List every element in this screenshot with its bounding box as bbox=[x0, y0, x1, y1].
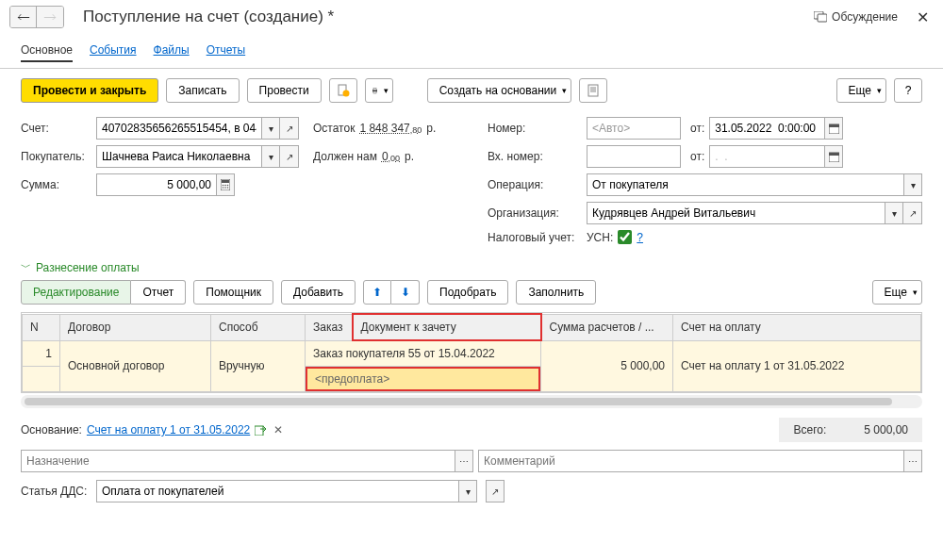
main-toolbar: Провести и закрыть Записать Провести ▾ С… bbox=[0, 69, 943, 112]
caret-down-icon: ▾ bbox=[562, 86, 567, 95]
cell-n-empty bbox=[23, 367, 60, 392]
operation-dropdown-button[interactable]: ▾ bbox=[903, 173, 922, 196]
buyer-dropdown-button[interactable]: ▾ bbox=[261, 145, 280, 168]
table-row[interactable]: 1 Основной договор Вручную Заказ покупат… bbox=[23, 340, 921, 367]
org-open-button[interactable]: ↗ bbox=[903, 202, 922, 224]
create-based-label: Создать на основании bbox=[439, 84, 557, 97]
col-sum[interactable]: Сумма расчетов / ... bbox=[541, 314, 673, 340]
purpose-expand-button[interactable]: ⋯ bbox=[455, 450, 473, 472]
tax-help-link[interactable]: ? bbox=[637, 231, 643, 244]
caret-down-icon: ▾ bbox=[913, 288, 918, 297]
org-dropdown-button[interactable]: ▾ bbox=[885, 202, 903, 224]
tab-reports[interactable]: Отчеты bbox=[207, 40, 245, 62]
back-button[interactable]: 🡐 bbox=[10, 7, 37, 27]
in-number-input[interactable] bbox=[587, 145, 681, 168]
calendar-button-2[interactable] bbox=[824, 145, 843, 168]
tab-main[interactable]: Основное bbox=[21, 40, 73, 62]
save-button[interactable]: Записать bbox=[166, 78, 239, 103]
payment-section-header[interactable]: ﹀ Разнесение оплаты bbox=[0, 255, 943, 280]
cell-contract[interactable]: Основной договор bbox=[60, 340, 211, 392]
helper-button[interactable]: Помощник bbox=[193, 280, 273, 305]
cell-prepay[interactable]: <предоплата> bbox=[306, 367, 540, 391]
attach-button[interactable] bbox=[329, 78, 357, 103]
cell-n: 1 bbox=[23, 340, 60, 367]
svg-rect-14 bbox=[829, 153, 839, 156]
report-mode-button[interactable]: Отчет bbox=[131, 280, 186, 305]
svg-rect-16 bbox=[222, 180, 229, 183]
account-input[interactable] bbox=[96, 117, 261, 140]
more-button[interactable]: Еще ▾ bbox=[836, 78, 886, 103]
cell-method[interactable]: Вручную bbox=[211, 340, 306, 392]
buyer-open-button[interactable]: ↗ bbox=[280, 145, 299, 168]
report-icon-button[interactable] bbox=[579, 78, 607, 103]
clear-basis-button[interactable]: ✕ bbox=[273, 423, 283, 436]
create-based-button[interactable]: Создать на основании ▾ bbox=[427, 78, 572, 103]
org-label: Организация: bbox=[488, 206, 582, 220]
forward-button[interactable]: 🡒 bbox=[37, 7, 63, 27]
date-input[interactable] bbox=[709, 117, 824, 140]
comment-expand-button[interactable]: ⋯ bbox=[903, 450, 922, 472]
operation-select[interactable] bbox=[587, 173, 903, 196]
basis-link[interactable]: Счет на оплату 1 от 31.05.2022 bbox=[87, 423, 250, 436]
buyer-input[interactable] bbox=[96, 145, 261, 168]
sum-input[interactable] bbox=[96, 173, 216, 196]
post-button[interactable]: Провести bbox=[247, 78, 322, 103]
col-contract[interactable]: Договор bbox=[60, 314, 211, 340]
tab-files[interactable]: Файлы bbox=[154, 40, 190, 62]
sum-label: Сумма: bbox=[21, 178, 91, 191]
col-n[interactable]: N bbox=[23, 314, 60, 340]
cell-order[interactable]: Заказ покупателя 55 от 15.04.2022 bbox=[306, 340, 541, 367]
purpose-input[interactable] bbox=[21, 450, 455, 472]
scroll-thumb[interactable] bbox=[25, 398, 892, 405]
table-more-button[interactable]: Еще ▾ bbox=[872, 280, 922, 305]
col-invoice[interactable]: Счет на оплату bbox=[673, 314, 921, 340]
dds-input[interactable] bbox=[96, 480, 458, 502]
total-value: 5 000,00 bbox=[864, 423, 908, 436]
fill-button[interactable]: Заполнить bbox=[516, 280, 596, 305]
table-more-label: Еще bbox=[885, 286, 907, 299]
move-up-button[interactable]: ⬆ bbox=[363, 280, 391, 305]
post-and-close-button[interactable]: Провести и закрыть bbox=[21, 78, 158, 103]
svg-rect-12 bbox=[829, 124, 839, 127]
table-toolbar: Редактирование Отчет Помощник Добавить ⬆… bbox=[0, 280, 943, 312]
cell-sum[interactable]: 5 000,00 bbox=[541, 340, 673, 392]
in-date-input[interactable] bbox=[709, 145, 824, 168]
comment-input[interactable] bbox=[478, 450, 903, 472]
svg-point-18 bbox=[224, 185, 226, 187]
balance-link[interactable]: 1 848 347,80 bbox=[359, 122, 422, 135]
calculator-button[interactable] bbox=[216, 173, 235, 196]
account-dropdown-button[interactable]: ▾ bbox=[261, 117, 280, 140]
number-input[interactable] bbox=[587, 117, 681, 140]
calendar-button[interactable] bbox=[824, 117, 843, 140]
col-order[interactable]: Заказ bbox=[306, 314, 353, 340]
cell-invoice[interactable]: Счет на оплату 1 от 31.05.2022 bbox=[673, 340, 921, 392]
org-input[interactable] bbox=[587, 202, 885, 224]
tax-checkbox[interactable] bbox=[618, 230, 632, 244]
close-button[interactable]: ✕ bbox=[912, 8, 934, 26]
add-row-button[interactable]: Добавить bbox=[281, 280, 356, 305]
svg-point-17 bbox=[223, 185, 224, 187]
col-document[interactable]: Документ к зачету bbox=[353, 314, 541, 340]
tax-mode: УСН: bbox=[587, 231, 613, 244]
edit-mode-button[interactable]: Редактирование bbox=[21, 280, 131, 305]
account-open-button[interactable]: ↗ bbox=[280, 117, 299, 140]
report-icon bbox=[587, 84, 600, 97]
dds-open-button[interactable]: ↗ bbox=[486, 480, 505, 502]
pick-button[interactable]: Подобрать bbox=[427, 280, 508, 305]
horizontal-scrollbar[interactable] bbox=[21, 395, 922, 408]
help-button[interactable]: ? bbox=[894, 78, 922, 103]
svg-rect-23 bbox=[255, 426, 263, 436]
move-down-button[interactable]: ⬇ bbox=[391, 280, 420, 305]
owed-link[interactable]: 0,00 bbox=[382, 150, 400, 163]
dds-dropdown-button[interactable]: ▾ bbox=[458, 480, 477, 502]
discuss-button[interactable]: Обсуждение bbox=[814, 10, 898, 24]
basis-open-icon[interactable] bbox=[255, 425, 267, 436]
number-label: Номер: bbox=[488, 122, 582, 135]
svg-point-19 bbox=[227, 185, 229, 187]
svg-point-22 bbox=[227, 187, 229, 189]
document-icon bbox=[337, 84, 350, 97]
col-method[interactable]: Способ bbox=[211, 314, 306, 340]
tab-events[interactable]: События bbox=[90, 40, 137, 62]
arrow-down-icon: ⬇ bbox=[401, 286, 410, 299]
print-button[interactable]: ▾ bbox=[365, 78, 393, 103]
